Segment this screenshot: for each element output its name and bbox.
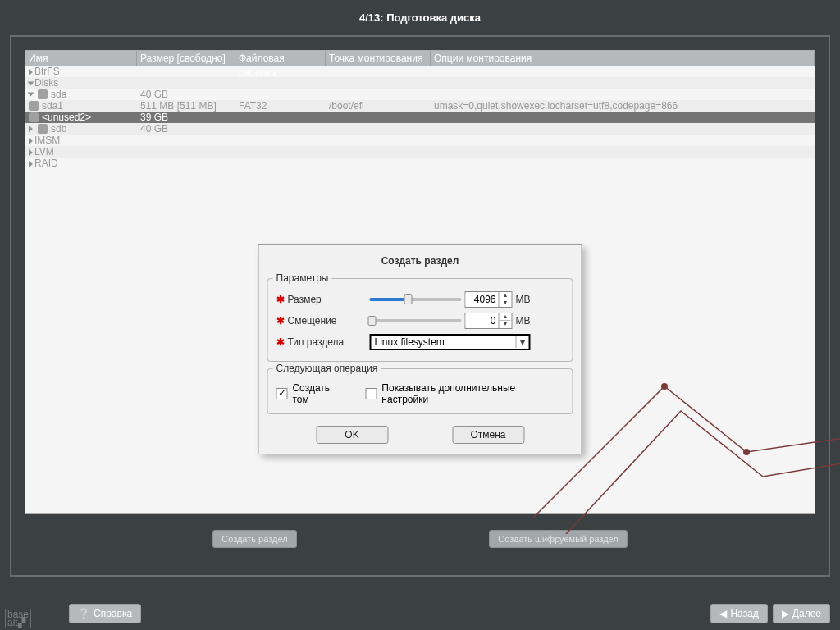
show-advanced-checkbox[interactable] xyxy=(365,388,377,399)
chevron-down-icon[interactable]: ▾ xyxy=(516,336,529,348)
wizard-footer: ❔ Справка ◀Назад ▶Далее xyxy=(0,597,840,630)
tree-row-sda[interactable]: sda 40 GB xyxy=(25,89,815,100)
help-button[interactable]: ❔ Справка xyxy=(69,604,141,623)
ok-button[interactable]: OK xyxy=(316,426,388,444)
partition-tree[interactable]: BtrFS Disks sda 40 GB sda1 511 MB [511 M… xyxy=(25,66,815,169)
chevron-right-icon: ▶ xyxy=(782,608,789,619)
create-partition-button[interactable]: Создать раздел xyxy=(212,530,296,548)
tree-row-raid[interactable]: RAID xyxy=(25,158,815,169)
show-advanced-label: Показывать дополнительные настройки xyxy=(381,382,564,405)
disk-panel: Имя Размер [свободно] Файловая система Т… xyxy=(25,50,815,514)
help-icon: ❔ xyxy=(78,608,90,619)
size-slider[interactable] xyxy=(370,294,462,305)
disk-icon xyxy=(38,89,48,99)
tree-row-disks[interactable]: Disks xyxy=(25,77,815,89)
parameters-legend: Параметры xyxy=(273,272,332,284)
row-size: ✱ Размер ▴▾ MB xyxy=(276,289,564,310)
type-label: Тип раздела xyxy=(288,336,370,348)
row-offset: ✱ Смещение ▴▾ MB xyxy=(276,310,564,331)
create-partition-dialog: Создать раздел Параметры ✱ Размер ▴▾ xyxy=(258,244,582,454)
panel-toolbar: Создать раздел Создать шифруемый раздел xyxy=(25,523,815,555)
tree-row-lvm[interactable]: LVM xyxy=(25,146,815,158)
size-label: Размер xyxy=(288,294,370,305)
row-type: ✱ Тип раздела Linux filesystem ▾ xyxy=(276,331,564,353)
parameters-fieldset: Параметры ✱ Размер ▴▾ MB xyxy=(267,278,573,362)
create-encrypted-partition-button[interactable]: Создать шифруемый раздел xyxy=(489,530,628,548)
dialog-title: Создать раздел xyxy=(259,245,582,275)
cancel-button[interactable]: Отмена xyxy=(452,426,524,444)
required-icon: ✱ xyxy=(276,315,288,326)
tree-row-imsm[interactable]: IMSM xyxy=(25,135,815,146)
tree-row-sdb[interactable]: sdb 40 GB xyxy=(25,123,815,135)
chevron-left-icon: ◀ xyxy=(719,608,727,619)
wizard-frame: Имя Размер [свободно] Файловая система Т… xyxy=(10,35,830,577)
col-fs[interactable]: Файловая система xyxy=(235,51,326,66)
unit-label: MB xyxy=(516,294,531,305)
next-op-legend: Следующая операция xyxy=(273,363,381,374)
col-opts[interactable]: Опции монтирования xyxy=(431,51,815,66)
tree-row-btrfs[interactable]: BtrFS xyxy=(25,66,815,77)
tree-row-unused[interactable]: <unused2> 39 GB xyxy=(25,112,815,123)
partition-icon xyxy=(29,112,39,122)
create-volume-label: Создать том xyxy=(292,382,349,405)
offset-label: Смещение xyxy=(288,315,370,326)
spin-down-icon[interactable]: ▾ xyxy=(500,299,511,307)
spin-down-icon[interactable]: ▾ xyxy=(500,321,511,328)
size-spin[interactable]: ▴▾ xyxy=(465,291,513,308)
offset-input[interactable] xyxy=(466,315,499,326)
unit-label: MB xyxy=(516,315,531,326)
type-value: Linux filesystem xyxy=(372,336,516,348)
col-name[interactable]: Имя xyxy=(25,51,137,66)
col-size[interactable]: Размер [свободно] xyxy=(137,51,235,66)
col-mount[interactable]: Точка монтирования xyxy=(326,51,431,66)
page-title: 4/13: Подготовка диска xyxy=(0,0,840,32)
required-icon: ✱ xyxy=(276,336,288,348)
required-icon: ✱ xyxy=(276,294,288,305)
disk-icon xyxy=(38,124,48,134)
next-button[interactable]: ▶Далее xyxy=(773,604,830,623)
back-button[interactable]: ◀Назад xyxy=(710,604,767,623)
table-header: Имя Размер [свободно] Файловая система Т… xyxy=(25,51,815,66)
offset-spin[interactable]: ▴▾ xyxy=(465,313,513,329)
offset-slider[interactable] xyxy=(370,315,462,326)
partition-type-select[interactable]: Linux filesystem ▾ xyxy=(370,334,531,350)
next-operation-fieldset: Следующая операция Создать том Показыват… xyxy=(267,368,573,414)
size-input[interactable] xyxy=(466,294,499,305)
partition-icon xyxy=(29,101,39,111)
tree-row-sda1[interactable]: sda1 511 MB [511 MB] FAT32 /boot/efi uma… xyxy=(25,100,815,112)
create-volume-checkbox[interactable] xyxy=(276,388,288,399)
